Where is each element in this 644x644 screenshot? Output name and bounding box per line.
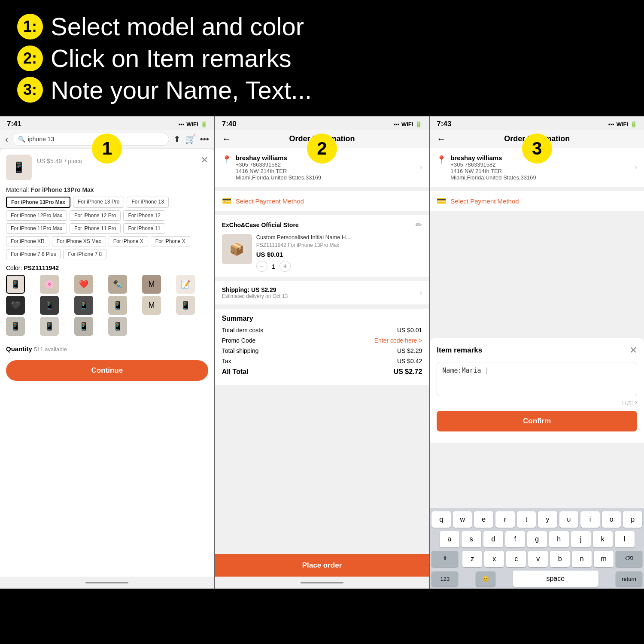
continue-button[interactable]: Continue	[6, 360, 208, 381]
model-tag[interactable]: For iPhone 13Pro Max	[6, 197, 70, 208]
key-s[interactable]: s	[462, 531, 481, 547]
key-a[interactable]: a	[440, 531, 459, 547]
shipping-label-2: Shipping: US $2.29	[222, 286, 288, 293]
key-k[interactable]: k	[593, 531, 613, 547]
model-tag[interactable]: For iPhone 12Pro Max	[6, 210, 67, 221]
key-d[interactable]: d	[483, 531, 503, 547]
color-swatch[interactable]: ✒️	[108, 275, 127, 294]
chevron-icon-3: ›	[635, 164, 637, 171]
cart-icon[interactable]: 🛒	[185, 134, 196, 144]
key-r[interactable]: r	[495, 511, 515, 528]
store-edit-icon[interactable]: ✏	[416, 220, 422, 230]
color-swatch[interactable]: M	[142, 296, 161, 315]
material-label: Material: For iPhone 13Pro Max	[6, 186, 208, 193]
color-swatch[interactable]: 📱	[6, 275, 25, 294]
model-tag[interactable]: For iPhone 12 Pro	[70, 210, 121, 221]
key-z[interactable]: z	[462, 551, 482, 567]
key-j[interactable]: j	[571, 531, 591, 547]
key-y[interactable]: y	[538, 511, 557, 528]
model-tag[interactable]: For iPhone X	[151, 236, 190, 246]
model-tag[interactable]: For iPhone 11Pro Max	[6, 223, 67, 234]
model-tag[interactable]: For iPhone X	[109, 236, 148, 246]
color-swatch[interactable]: M	[142, 275, 161, 294]
key-c[interactable]: c	[506, 551, 526, 567]
key-o[interactable]: o	[602, 511, 621, 528]
key-m[interactable]: m	[594, 551, 614, 567]
numbers-key[interactable]: 123	[431, 571, 458, 586]
back-icon[interactable]: ‹	[5, 134, 8, 144]
key-w[interactable]: w	[453, 511, 472, 528]
search-bar[interactable]: 🔍 iphone 13	[12, 133, 169, 146]
key-h[interactable]: h	[549, 531, 569, 547]
model-tag[interactable]: For iPhone 11 Pro	[70, 223, 121, 234]
color-swatch[interactable]: 📝	[176, 275, 195, 294]
emoji-key[interactable]: 😊	[476, 571, 495, 586]
remarks-close-button[interactable]: ✕	[629, 345, 637, 356]
color-swatch[interactable]: 📱	[108, 317, 127, 336]
back-button-3[interactable]: ←	[437, 134, 446, 145]
back-button-2[interactable]: ←	[222, 134, 231, 145]
status-time-3: 7:43	[437, 120, 451, 128]
color-swatch[interactable]: 📱	[108, 296, 127, 315]
key-u[interactable]: u	[559, 511, 579, 528]
color-swatch[interactable]: 🖤	[6, 296, 25, 315]
price-area: US $5.49 / piece	[37, 155, 208, 180]
model-tag[interactable]: For iPhone 11	[123, 223, 165, 234]
confirm-button[interactable]: Confirm	[437, 411, 637, 431]
qty-minus-2[interactable]: −	[256, 261, 267, 272]
key-f[interactable]: f	[505, 531, 525, 547]
key-p[interactable]: p	[623, 511, 642, 528]
model-tag[interactable]: For iPhone XS Max	[52, 236, 106, 246]
key-v[interactable]: v	[528, 551, 548, 567]
key-q[interactable]: q	[431, 511, 451, 528]
color-swatch[interactable]: 📱	[74, 317, 93, 336]
remarks-input[interactable]: Name:Maria |	[437, 362, 637, 396]
color-swatch[interactable]: ❤️	[74, 275, 93, 294]
model-tag[interactable]: For iPhone 7 8 Plus	[6, 249, 61, 259]
model-tag[interactable]: For iPhone 7 8	[63, 249, 106, 259]
search-text: iphone 13	[28, 136, 55, 143]
key-x[interactable]: x	[484, 551, 504, 567]
payment-section-3[interactable]: 💳 Select Payment Method	[430, 191, 644, 211]
delete-key[interactable]: ⌫	[616, 551, 642, 567]
shift-key[interactable]: ⇧	[431, 551, 458, 567]
close-button[interactable]: ✕	[200, 155, 208, 166]
color-swatch[interactable]: 📱	[40, 296, 59, 315]
key-g[interactable]: g	[527, 531, 547, 547]
battery-icon: 🔋	[200, 121, 207, 128]
key-i[interactable]: i	[580, 511, 600, 528]
model-tag[interactable]: For iPhone 13	[127, 197, 168, 208]
key-l[interactable]: l	[615, 531, 635, 547]
space-key[interactable]: space	[513, 571, 598, 587]
share-icon[interactable]: ⬆	[173, 134, 181, 144]
color-swatch[interactable]: 📱	[176, 296, 195, 315]
model-tag[interactable]: For iPhone 13 Pro	[73, 197, 124, 208]
summary-section-2: Summary Total item costs US $0.01 Promo …	[215, 309, 429, 385]
key-t[interactable]: t	[517, 511, 536, 528]
addr-street-2: 1416 NW 214th TER	[236, 168, 416, 174]
key-b[interactable]: b	[550, 551, 570, 567]
color-swatch[interactable]: 📱	[40, 317, 59, 336]
quantity-section: Quantity 511 available	[6, 342, 208, 356]
payment-section-2[interactable]: 💳 Select Payment Method	[215, 191, 429, 211]
key-e[interactable]: e	[474, 511, 493, 528]
more-icon[interactable]: •••	[200, 134, 209, 144]
phone-panel-2: 7:40 ▪▪▪ WiFi 🔋 2 ← Order Information 📍	[215, 116, 430, 589]
return-key[interactable]: return	[616, 571, 642, 586]
color-swatch[interactable]: 🌸	[40, 275, 59, 294]
addr-street-3: 1416 NW 214th TER	[450, 168, 630, 174]
key-n[interactable]: n	[572, 551, 592, 567]
model-tag[interactable]: For iPhone XR	[6, 236, 49, 246]
summary-promo[interactable]: Promo Code Enter code here >	[222, 337, 422, 344]
store-header-2: ExCho&Case Official Store ✏	[222, 220, 422, 230]
step-3-circle: 3:	[17, 77, 43, 103]
home-bar-1	[85, 582, 128, 583]
step-circle-overlay-1: 1	[92, 134, 122, 164]
color-swatch[interactable]: 📱	[74, 296, 93, 315]
product-price-2: US $0.01	[256, 251, 422, 258]
model-tag[interactable]: For iPhone 12	[123, 210, 165, 221]
place-order-button[interactable]: Place order	[215, 554, 429, 577]
qty-plus-2[interactable]: +	[279, 261, 291, 272]
addr-city-3: Miami,Florida,United States,33169	[450, 174, 630, 181]
color-swatch[interactable]: 📱	[6, 317, 25, 336]
